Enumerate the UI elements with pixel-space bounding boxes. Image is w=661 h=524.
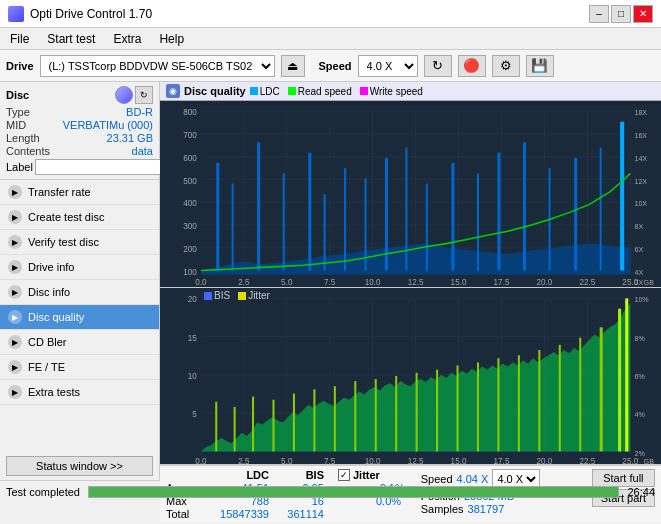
svg-text:4X: 4X bbox=[634, 268, 643, 277]
close-button[interactable]: ✕ bbox=[633, 5, 653, 23]
legend-write-speed: Write speed bbox=[360, 86, 423, 97]
menu-extra[interactable]: Extra bbox=[109, 31, 145, 47]
minimize-button[interactable]: – bbox=[589, 5, 609, 23]
svg-rect-34 bbox=[523, 142, 526, 270]
ldc-legend-label: LDC bbox=[260, 86, 280, 97]
drive-select[interactable]: (L:) TSSTcorp BDDVDW SE-506CB TS02 bbox=[40, 55, 275, 77]
svg-text:8%: 8% bbox=[634, 334, 645, 343]
sidebar-item-extra-tests[interactable]: ▶ Extra tests bbox=[0, 380, 159, 405]
extra-tests-icon: ▶ bbox=[8, 385, 22, 399]
chart2-legend: BIS Jitter bbox=[204, 290, 270, 301]
disc-quality-header-icon: ◉ bbox=[166, 84, 180, 98]
titlebar-title: Opti Drive Control 1.70 bbox=[30, 7, 152, 21]
svg-rect-88 bbox=[272, 400, 274, 452]
svg-text:300: 300 bbox=[183, 222, 197, 231]
svg-text:10.0: 10.0 bbox=[365, 457, 381, 464]
sidebar-item-fe-te[interactable]: ▶ FE / TE bbox=[0, 355, 159, 380]
svg-rect-104 bbox=[600, 327, 603, 451]
speed-value: 4.04 X bbox=[457, 473, 489, 485]
transfer-rate-icon: ▶ bbox=[8, 185, 22, 199]
svg-rect-26 bbox=[344, 168, 346, 270]
start-full-button[interactable]: Start full bbox=[592, 469, 655, 487]
sidebar-item-disc-quality[interactable]: ▶ Disc quality bbox=[0, 305, 159, 330]
disc-type-label: Type bbox=[6, 106, 30, 118]
sidebar-item-cd-bler[interactable]: ▶ CD Bler bbox=[0, 330, 159, 355]
titlebar-left: Opti Drive Control 1.70 bbox=[8, 6, 152, 22]
disc-label-row: Label 🔍 bbox=[6, 159, 153, 175]
svg-rect-38 bbox=[620, 122, 624, 271]
settings-button[interactable]: ⚙ bbox=[492, 55, 520, 77]
jitter-legend-dot bbox=[238, 292, 246, 300]
sidebar-item-drive-info[interactable]: ▶ Drive info bbox=[0, 255, 159, 280]
create-test-disc-icon: ▶ bbox=[8, 210, 22, 224]
sidebar-item-label-disc-info: Disc info bbox=[28, 286, 70, 298]
svg-text:6%: 6% bbox=[634, 372, 645, 381]
sidebar-item-create-test-disc[interactable]: ▶ Create test disc bbox=[0, 205, 159, 230]
sidebar-item-label-drive-info: Drive info bbox=[28, 261, 74, 273]
svg-text:15.0: 15.0 bbox=[451, 278, 467, 287]
bis-chart: 20 15 10 5 10% 8% 6% 4% 2% 0.0 2.5 5.0 bbox=[160, 288, 661, 464]
samples-value: 381797 bbox=[468, 503, 505, 515]
burn-button[interactable]: 🔴 bbox=[458, 55, 486, 77]
menu-help[interactable]: Help bbox=[155, 31, 188, 47]
eject-button[interactable]: ⏏ bbox=[281, 55, 305, 77]
sidebar: Disc ↻ Type BD-R MID VERBATIMu (000) Len… bbox=[0, 82, 160, 480]
svg-text:10X: 10X bbox=[634, 199, 647, 208]
speed-label: Speed bbox=[319, 60, 352, 72]
svg-text:600: 600 bbox=[183, 154, 197, 163]
svg-rect-27 bbox=[364, 179, 366, 271]
svg-rect-105 bbox=[618, 309, 621, 452]
refresh-button[interactable]: ↻ bbox=[424, 55, 452, 77]
svg-text:5: 5 bbox=[192, 410, 197, 419]
svg-rect-93 bbox=[375, 379, 377, 451]
sidebar-item-disc-info[interactable]: ▶ Disc info bbox=[0, 280, 159, 305]
disc-panel: Disc ↻ Type BD-R MID VERBATIMu (000) Len… bbox=[0, 82, 159, 180]
sidebar-item-label-transfer-rate: Transfer rate bbox=[28, 186, 91, 198]
jitter-checkbox[interactable]: ✓ bbox=[338, 469, 350, 481]
svg-rect-23 bbox=[283, 173, 285, 270]
stats-total-row: Total 15847339 361114 bbox=[166, 508, 324, 520]
status-text: Test completed bbox=[6, 486, 80, 498]
speed-select[interactable]: 4.0 X bbox=[358, 55, 418, 77]
nav-items: ▶ Transfer rate ▶ Create test disc ▶ Ver… bbox=[0, 180, 159, 452]
svg-rect-20 bbox=[216, 163, 219, 270]
disc-contents-row: Contents data bbox=[6, 145, 153, 157]
maximize-button[interactable]: □ bbox=[611, 5, 631, 23]
sidebar-item-label-fe-te: FE / TE bbox=[28, 361, 65, 373]
svg-rect-100 bbox=[518, 355, 520, 451]
svg-text:2.5: 2.5 bbox=[238, 278, 250, 287]
svg-text:10.0: 10.0 bbox=[365, 278, 381, 287]
svg-text:12.5: 12.5 bbox=[408, 278, 424, 287]
disc-contents-value: data bbox=[132, 145, 153, 157]
sidebar-item-transfer-rate[interactable]: ▶ Transfer rate bbox=[0, 180, 159, 205]
menu-file[interactable]: File bbox=[6, 31, 33, 47]
svg-text:25.0: 25.0 bbox=[622, 457, 638, 464]
svg-text:10%: 10% bbox=[634, 295, 649, 304]
disc-refresh-icon[interactable]: ↻ bbox=[135, 86, 153, 104]
svg-text:15: 15 bbox=[188, 334, 198, 343]
svg-rect-96 bbox=[436, 370, 438, 452]
svg-text:25.0: 25.0 bbox=[622, 278, 638, 287]
disc-length-value: 23.31 GB bbox=[107, 132, 153, 144]
svg-text:400: 400 bbox=[183, 199, 197, 208]
content-area: ◉ Disc quality LDC Read speed Write spee… bbox=[160, 82, 661, 480]
disc-label-input[interactable] bbox=[35, 159, 168, 175]
toolbar: Drive (L:) TSSTcorp BDDVDW SE-506CB TS02… bbox=[0, 50, 661, 82]
status-window-button[interactable]: Status window >> bbox=[6, 456, 153, 476]
ldc-legend-dot bbox=[250, 87, 258, 95]
disc-panel-header: Disc ↻ bbox=[6, 86, 153, 104]
svg-text:22.5: 22.5 bbox=[579, 457, 595, 464]
svg-rect-25 bbox=[324, 194, 326, 270]
menu-start-test[interactable]: Start test bbox=[43, 31, 99, 47]
disc-length-label: Length bbox=[6, 132, 40, 144]
disc-type-row: Type BD-R bbox=[6, 106, 153, 118]
svg-rect-86 bbox=[234, 407, 236, 451]
samples-row: Samples 381797 bbox=[421, 503, 541, 515]
sidebar-item-verify-test-disc[interactable]: ▶ Verify test disc bbox=[0, 230, 159, 255]
svg-text:0.0: 0.0 bbox=[195, 278, 207, 287]
svg-text:17.5: 17.5 bbox=[494, 457, 510, 464]
save-button[interactable]: 💾 bbox=[526, 55, 554, 77]
svg-rect-21 bbox=[232, 184, 234, 271]
svg-rect-33 bbox=[497, 153, 500, 271]
svg-text:22.5: 22.5 bbox=[579, 278, 595, 287]
